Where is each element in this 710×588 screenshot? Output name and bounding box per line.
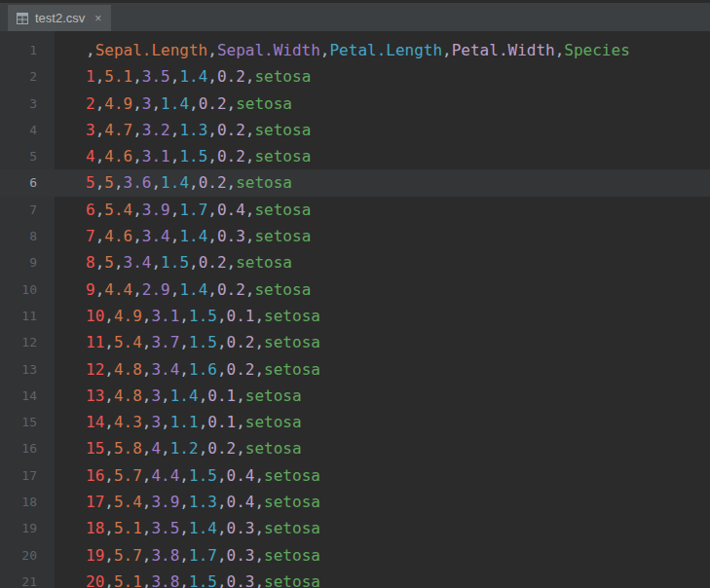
line-number[interactable]: 3 [0,91,55,117]
code-text[interactable]: 15,5.8,4,1.2,0.2,setosa [55,435,302,461]
csv-comma: , [217,333,227,351]
csv-comma: , [207,67,217,86]
editor-line[interactable]: 1211,5.4,3.7,1.5,0.2,setosa [0,329,710,355]
line-number[interactable]: 18 [0,489,55,515]
csv-comma: , [207,280,217,299]
code-text[interactable]: 11,5.4,3.7,1.5,0.2,setosa [55,329,320,355]
code-text[interactable]: 3,4.7,3.2,1.3,0.2,setosa [55,117,311,143]
csv-field: 0.3 [227,572,255,588]
csv-field: 1.1 [170,413,199,431]
editor-line[interactable]: 1918,5.1,3.5,1.4,0.3,setosa [0,515,710,541]
editor-line[interactable]: 1817,5.4,3.9,1.3,0.4,setosa [0,489,710,515]
editor-line[interactable]: 21,5.1,3.5,1.4,0.2,setosa [0,63,710,90]
csv-comma: , [95,67,105,86]
editor-line[interactable]: 109,4.4,2.9,1.4,0.2,setosa [0,276,710,303]
editor-line[interactable]: 76,5.4,3.9,1.7,0.4,setosa [0,197,710,223]
code-text[interactable]: 16,5.7,4.4,1.5,0.4,setosa [55,462,320,489]
code-text[interactable]: 2,4.9,3,1.4,0.2,setosa [55,91,292,117]
code-text[interactable]: 13,4.8,3,1.4,0.1,setosa [55,383,302,409]
csv-field: setosa [236,253,292,272]
editor-area[interactable]: 1,Sepal.Length,Sepal.Width,Petal.Length,… [0,31,710,588]
csv-comma: , [104,466,114,485]
code-text[interactable]: 20,5.1,3.8,1.5,0.3,setosa [55,569,320,588]
csv-comma: , [217,307,227,325]
editor-line[interactable]: 1,Sepal.Length,Sepal.Width,Petal.Length,… [0,37,710,63]
csv-field: 1.5 [179,147,207,165]
editor-line[interactable]: 1615,5.8,4,1.2,0.2,setosa [0,435,710,461]
line-number[interactable]: 6 [0,169,55,196]
editor-line[interactable]: 65,5,3.6,1.4,0.2,setosa [0,169,710,196]
csv-comma: , [207,41,217,59]
tab-close-icon[interactable]: × [94,13,101,24]
csv-comma: , [207,147,217,165]
code-text[interactable]: 19,5.7,3.8,1.7,0.3,setosa [55,542,320,569]
csv-field: 3.2 [142,121,170,139]
editor-line[interactable]: 1413,4.8,3,1.4,0.1,setosa [0,383,710,409]
code-text[interactable]: 14,4.3,3,1.1,0.1,setosa [55,409,302,435]
tab-test2-csv[interactable]: test2.csv × [8,5,111,31]
editor-line[interactable]: 87,4.6,3.4,1.4,0.3,setosa [0,223,710,249]
editor-line[interactable]: 98,5,3.4,1.5,0.2,setosa [0,249,710,276]
line-number[interactable]: 17 [0,462,55,489]
line-number[interactable]: 21 [0,569,55,588]
csv-field: setosa [264,466,320,485]
csv-field: 0.4 [227,493,255,511]
code-text[interactable]: 12,4.8,3.4,1.6,0.2,setosa [55,356,320,383]
csv-field: 5.7 [114,466,142,485]
line-number[interactable]: 11 [0,303,55,329]
csv-field: setosa [264,360,320,379]
editor-line[interactable]: 43,4.7,3.2,1.3,0.2,setosa [0,117,710,143]
csv-field: 0.2 [199,173,227,192]
csv-field: 10 [86,307,104,325]
line-number[interactable]: 4 [0,117,55,143]
line-number[interactable]: 9 [0,249,55,276]
code-text[interactable]: 10,4.9,3.1,1.5,0.1,setosa [55,303,320,329]
line-number[interactable]: 2 [0,63,55,90]
editor-line[interactable]: 1514,4.3,3,1.1,0.1,setosa [0,409,710,435]
csv-comma: , [95,227,105,245]
code-text[interactable]: 17,5.4,3.9,1.3,0.4,setosa [55,489,320,515]
csv-comma: , [236,386,245,405]
line-number[interactable]: 14 [0,383,55,409]
line-number[interactable]: 16 [0,435,55,461]
csv-comma: , [142,360,152,379]
code-text[interactable]: 6,5.4,3.9,1.7,0.4,setosa [55,197,311,223]
editor-line[interactable]: 2019,5.7,3.8,1.7,0.3,setosa [0,542,710,569]
csv-field: 5.1 [104,67,132,86]
code-text[interactable]: 9,4.4,2.9,1.4,0.2,setosa [55,276,311,303]
csv-field: 0.3 [227,546,255,565]
line-number[interactable]: 15 [0,409,55,435]
csv-field: 0.2 [207,439,236,458]
csv-field: 3.7 [151,333,179,351]
line-number[interactable]: 1 [0,37,55,63]
editor-line[interactable]: 1716,5.7,4.4,1.5,0.4,setosa [0,462,710,489]
code-text[interactable]: ,Sepal.Length,Sepal.Width,Petal.Length,P… [55,37,630,63]
editor-line[interactable]: 1312,4.8,3.4,1.6,0.2,setosa [0,356,710,383]
csv-field: 7 [86,227,95,245]
code-text[interactable]: 8,5,3.4,1.5,0.2,setosa [55,249,292,276]
line-number[interactable]: 7 [0,197,55,223]
editor-line[interactable]: 2120,5.1,3.8,1.5,0.3,setosa [0,569,710,588]
line-number[interactable]: 19 [0,515,55,541]
editor-line[interactable]: 32,4.9,3,1.4,0.2,setosa [0,91,710,117]
line-number[interactable]: 8 [0,223,55,249]
csv-comma: , [199,386,208,405]
code-text[interactable]: 5,5,3.6,1.4,0.2,setosa [55,169,292,196]
code-text[interactable]: 4,4.6,3.1,1.5,0.2,setosa [55,143,311,169]
code-text[interactable]: 18,5.1,3.5,1.4,0.3,setosa [55,515,320,541]
line-number[interactable]: 5 [0,143,55,169]
line-number[interactable]: 10 [0,276,55,303]
csv-field: 18 [86,519,104,537]
csv-field: 13 [86,386,104,405]
line-number[interactable]: 13 [0,356,55,383]
csv-field: 1.5 [189,307,217,325]
code-text[interactable]: 1,5.1,3.5,1.4,0.2,setosa [55,63,311,90]
line-number[interactable]: 20 [0,542,55,569]
code-text[interactable]: 7,4.6,3.4,1.4,0.3,setosa [55,223,311,249]
csv-field: 12 [86,360,104,379]
csv-comma: , [151,253,161,272]
editor-line[interactable]: 1110,4.9,3.1,1.5,0.1,setosa [0,303,710,329]
csv-field: 0.3 [217,227,245,245]
editor-line[interactable]: 54,4.6,3.1,1.5,0.2,setosa [0,143,710,169]
line-number[interactable]: 12 [0,329,55,355]
